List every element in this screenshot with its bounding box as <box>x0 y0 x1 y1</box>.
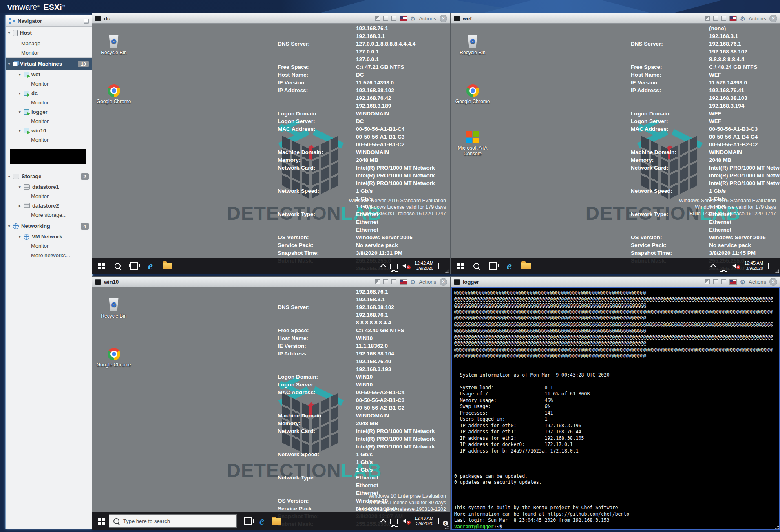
sidebar-item[interactable]: Monitor <box>6 98 92 107</box>
network-tray-icon[interactable] <box>390 264 398 269</box>
tree-expand-arrow-icon[interactable] <box>19 73 24 77</box>
popout-console-icon[interactable] <box>375 16 380 21</box>
close-icon[interactable]: ✕ <box>440 15 447 22</box>
console-titlebar-win10[interactable]: win10 ⚙ Actions ✕ <box>92 277 450 287</box>
chrome-shortcut[interactable]: Google Chrome <box>455 82 490 104</box>
recycle-bin-shortcut[interactable]: ♻ Recycle Bin <box>96 33 131 55</box>
popout-console-icon[interactable] <box>705 279 710 284</box>
tray-expand-caret-icon[interactable] <box>380 519 386 525</box>
sidebar-item[interactable]: win10 <box>6 126 92 135</box>
vm-desktop-dc[interactable]: ♻ Recycle Bin Google Chrome DETECTIONLAB <box>92 24 450 274</box>
restore-icon[interactable] <box>383 279 388 284</box>
sidebar-item[interactable] <box>10 149 86 164</box>
taskbar-search-input[interactable]: Type here to search <box>109 514 237 528</box>
search-icon[interactable] <box>115 263 121 269</box>
maximize-icon[interactable] <box>391 279 396 284</box>
start-button-icon[interactable] <box>457 263 464 269</box>
task-view-icon[interactable] <box>130 262 138 270</box>
keyboard-layout-flag-icon[interactable] <box>729 16 737 21</box>
tree-expand-arrow-icon[interactable] <box>19 129 24 133</box>
start-button-icon[interactable] <box>98 263 105 269</box>
terminal-screen[interactable]: @@@@@@@@@@@@@@@@@@@@@@@@@@@@@@@@@@@@@@@@… <box>451 287 780 530</box>
console-titlebar-dc[interactable]: dc ⚙ Actions ✕ <box>92 13 450 24</box>
recycle-bin-shortcut[interactable]: ♻ Recycle Bin <box>455 33 490 55</box>
sidebar-item[interactable]: logger <box>6 107 92 117</box>
tree-expand-arrow-icon[interactable] <box>8 224 13 228</box>
sidebar-item[interactable]: wef <box>6 70 92 79</box>
action-center-icon[interactable]: 6 <box>438 518 446 524</box>
sidebar-item[interactable]: Networking 4 <box>6 220 92 232</box>
actions-button[interactable]: Actions <box>749 279 766 285</box>
popout-console-icon[interactable] <box>705 16 710 21</box>
sidebar-item[interactable]: Monitor <box>6 48 92 57</box>
file-explorer-icon[interactable] <box>521 263 531 269</box>
action-center-icon[interactable] <box>438 263 446 269</box>
taskbar-clock[interactable]: 12:42 AM 3/9/2020 <box>415 260 433 271</box>
muted-speaker-icon[interactable]: ✕ <box>402 263 410 269</box>
internet-explorer-icon[interactable]: e <box>148 261 153 270</box>
sidebar-item[interactable]: More storage... <box>6 210 92 220</box>
muted-speaker-icon[interactable]: ✕ <box>402 518 410 524</box>
restore-icon[interactable] <box>383 16 388 21</box>
keyboard-layout-flag-icon[interactable] <box>400 16 407 21</box>
sidebar-item[interactable]: Monitor <box>6 117 92 126</box>
chrome-shortcut[interactable]: Google Chrome <box>96 82 131 104</box>
vm-desktop-win10[interactable]: ♻ Recycle Bin Google Chrome DETECTIONLAB <box>92 287 450 530</box>
taskbar-clock[interactable]: 12:43 AM 3/9/2020 <box>415 516 433 526</box>
sidebar-item[interactable]: Storage 2 <box>6 170 92 182</box>
sidebar-item[interactable]: Monitor <box>6 79 92 88</box>
network-tray-icon[interactable] <box>720 264 727 269</box>
sidebar-item[interactable]: datastore1 <box>6 182 92 192</box>
file-explorer-icon[interactable] <box>272 518 281 525</box>
actions-button[interactable]: Actions <box>749 15 766 22</box>
sidebar-item[interactable]: Manage <box>6 39 92 48</box>
console-titlebar-wef[interactable]: wef ⚙ Actions ✕ <box>451 13 780 24</box>
vm-desktop-wef[interactable]: ♻ Recycle Bin Google Chrome Microsoft AT… <box>451 24 780 274</box>
sidebar-item[interactable]: Host <box>6 27 92 39</box>
tree-expand-arrow-icon[interactable] <box>8 62 13 66</box>
tree-expand-arrow-icon[interactable] <box>19 110 24 114</box>
popout-console-icon[interactable] <box>375 279 380 284</box>
file-explorer-icon[interactable] <box>163 263 172 269</box>
recycle-bin-shortcut[interactable]: ♻ Recycle Bin <box>96 297 131 319</box>
close-icon[interactable]: ✕ <box>769 15 777 22</box>
actions-button[interactable]: Actions <box>419 279 436 285</box>
muted-speaker-icon[interactable]: ✕ <box>732 263 740 269</box>
task-view-icon[interactable] <box>489 262 497 270</box>
tree-expand-arrow-icon[interactable] <box>19 91 24 95</box>
restore-icon[interactable] <box>713 279 718 284</box>
maximize-icon[interactable] <box>391 16 396 21</box>
sidebar-item[interactable]: Monitor <box>6 241 92 251</box>
tray-expand-caret-icon[interactable] <box>380 264 386 269</box>
gear-icon[interactable]: ⚙ <box>410 15 415 22</box>
maximize-icon[interactable] <box>721 279 726 284</box>
tree-expand-arrow-icon[interactable] <box>19 185 24 189</box>
internet-explorer-icon[interactable]: e <box>507 261 512 270</box>
tree-expand-arrow-icon[interactable] <box>8 174 13 179</box>
keyboard-layout-flag-icon[interactable] <box>729 279 737 285</box>
close-icon[interactable]: ✕ <box>440 278 447 286</box>
close-icon[interactable]: ✕ <box>769 278 777 286</box>
start-button-icon[interactable] <box>98 518 105 525</box>
sidebar-item[interactable]: Monitor <box>6 192 92 201</box>
sidebar-item[interactable]: More networks... <box>6 251 92 260</box>
taskbar-clock[interactable]: 12:45 AM 3/9/2020 <box>745 260 763 271</box>
tree-expand-arrow-icon[interactable] <box>8 31 13 35</box>
keyboard-layout-flag-icon[interactable] <box>400 279 407 285</box>
sidebar-item[interactable]: datastore2 <box>6 201 92 210</box>
task-view-icon[interactable] <box>244 517 252 525</box>
pin-panel-icon[interactable] <box>84 19 89 24</box>
gear-icon[interactable]: ⚙ <box>740 279 745 285</box>
chrome-shortcut[interactable]: Google Chrome <box>96 346 131 368</box>
actions-button[interactable]: Actions <box>419 15 436 22</box>
sidebar-item[interactable]: VM Network <box>6 232 92 241</box>
network-tray-icon[interactable] <box>390 519 398 524</box>
console-titlebar-logger[interactable]: logger ⚙ Actions ✕ <box>451 277 780 287</box>
maximize-icon[interactable] <box>721 16 726 21</box>
ms-ata-shortcut[interactable]: Microsoft ATA Console <box>455 129 490 157</box>
vm-terminal-logger[interactable]: @@@@@@@@@@@@@@@@@@@@@@@@@@@@@@@@@@@@@@@@… <box>451 287 780 530</box>
search-icon[interactable] <box>473 263 479 269</box>
restore-icon[interactable] <box>713 16 718 21</box>
action-center-icon[interactable] <box>768 263 776 269</box>
gear-icon[interactable]: ⚙ <box>410 279 415 285</box>
